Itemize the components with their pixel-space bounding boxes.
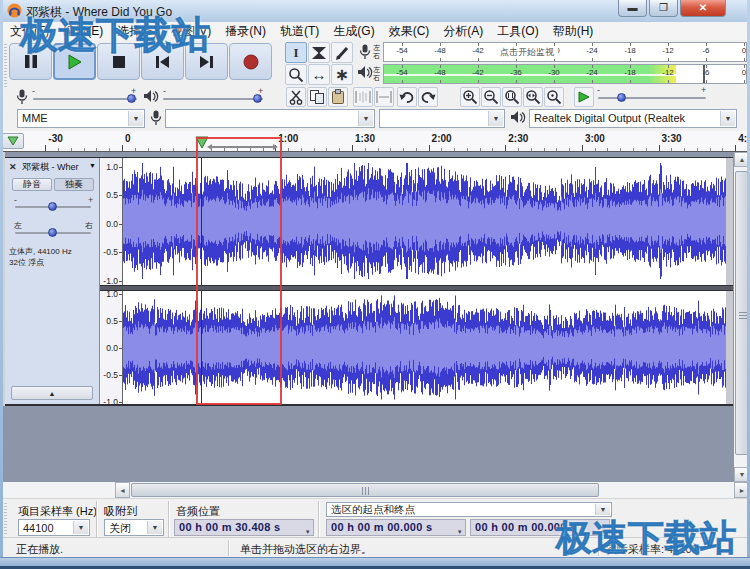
paste-button[interactable] xyxy=(328,87,348,107)
pause-button[interactable] xyxy=(9,43,52,80)
stereo-waveform[interactable] xyxy=(123,158,733,406)
menu-item-9[interactable]: 工具(O) xyxy=(490,22,545,40)
record-volume-thumb[interactable] xyxy=(127,94,136,103)
selection-toolbar-grip[interactable] xyxy=(4,503,7,535)
zoom-out-button[interactable] xyxy=(481,87,501,107)
play-button[interactable] xyxy=(53,43,96,80)
menu-item-10[interactable]: 帮助(H) xyxy=(546,22,601,40)
copy-button[interactable] xyxy=(307,87,327,107)
selection-end-field[interactable]: 00 h 00 m 00.000 s▼ xyxy=(470,519,610,536)
envelope-tool-button[interactable] xyxy=(308,42,330,63)
draw-tool-button[interactable] xyxy=(331,42,353,63)
play-at-speed-button[interactable] xyxy=(574,87,594,107)
maximize-button[interactable]: ❐ xyxy=(649,0,678,17)
minimize-button[interactable]: ▬ xyxy=(618,0,647,17)
playhead-triangle-icon[interactable] xyxy=(195,136,209,149)
timeline-minor-tick xyxy=(710,148,711,151)
chevron-down-icon: ▼ xyxy=(147,521,162,534)
stop-button[interactable] xyxy=(97,43,140,80)
audio-position-field[interactable]: 00 h 00 m 30.408 s▼ xyxy=(174,519,314,536)
timeline-ruler[interactable]: -3001:001:302:002:303:003:304:00 xyxy=(0,131,750,152)
playback-volume-slider[interactable] xyxy=(163,98,263,100)
menu-item-2[interactable]: 选择(S) xyxy=(110,22,164,40)
track-control-panel[interactable]: ✕ 邓紫棋 - Wher ▼ 静音 独奏 - + 左 右 立体声, 44100 … xyxy=(5,158,100,404)
silence-audio-button[interactable] xyxy=(374,87,394,107)
meter-tick xyxy=(592,80,593,83)
fit-selection-button[interactable] xyxy=(502,87,522,107)
menu-item-1[interactable]: 编辑(E) xyxy=(56,22,110,40)
menu-item-4[interactable]: 播录(N) xyxy=(218,22,273,40)
project-rate-select[interactable]: 44100▼ xyxy=(18,519,90,536)
timeline-minor-tick xyxy=(544,148,545,151)
pan-thumb[interactable] xyxy=(48,228,57,237)
zoom-toggle-button[interactable] xyxy=(544,87,564,107)
gain-thumb[interactable] xyxy=(48,202,57,211)
timeline-minor-tick xyxy=(365,148,366,151)
undo-icon xyxy=(399,90,415,104)
timeline-label: 3:30 xyxy=(662,133,682,144)
audacity-window: 邓紫棋 - Where Did You Go ▬ ❐ ✕ 文件(F)编辑(E)选… xyxy=(0,0,750,569)
selection-start-field[interactable]: 00 h 00 m 00.000 s▼ xyxy=(326,519,466,536)
menu-item-0[interactable]: 文件(F) xyxy=(3,22,56,40)
meter-scale-value: -18 xyxy=(619,68,641,77)
timeline-tick xyxy=(45,145,46,151)
fit-project-button[interactable] xyxy=(523,87,543,107)
undo-button[interactable] xyxy=(397,87,417,107)
record-meter-hint[interactable]: 点击开始监视 xyxy=(496,46,558,59)
timeshift-tool-button[interactable]: ↔ xyxy=(308,64,330,85)
horizontal-scroll-thumb[interactable] xyxy=(131,483,599,497)
menu-item-8[interactable]: 分析(A) xyxy=(436,22,490,40)
quickplay-drag-bar[interactable] xyxy=(207,144,278,149)
zoom-in-button[interactable] xyxy=(460,87,480,107)
track-close-icon[interactable]: ✕ xyxy=(9,162,19,172)
horizontal-scrollbar[interactable]: ◄ ► xyxy=(0,482,750,498)
title-bar[interactable]: 邓紫棋 - Where Did You Go ▬ ❐ ✕ xyxy=(0,0,750,23)
timeline-tick xyxy=(582,145,583,151)
playback-meter[interactable]: -54-48-42-36-30-24-18-12-60 xyxy=(383,64,747,84)
menu-item-5[interactable]: 轨道(T) xyxy=(273,22,326,40)
selection-tool-button[interactable]: I xyxy=(285,42,307,63)
output-device-value: Realtek Digital Output (Realtek xyxy=(534,112,685,124)
scroll-left-button[interactable]: ◄ xyxy=(115,482,130,498)
collapse-track-button[interactable]: ▲ xyxy=(11,386,93,400)
timeline-label: 1:00 xyxy=(278,133,298,144)
chevron-down-icon: ▼ xyxy=(128,111,143,126)
selection-format-select[interactable]: 选区的起点和终点▼ xyxy=(326,502,612,517)
redo-button[interactable] xyxy=(418,87,438,107)
cut-button[interactable] xyxy=(286,87,306,107)
input-channels-select[interactable]: ▼ xyxy=(379,109,505,128)
record-volume-slider[interactable] xyxy=(33,98,137,100)
playback-volume-thumb[interactable] xyxy=(253,94,262,103)
solo-button[interactable]: 独奏 xyxy=(54,178,94,191)
timeline-label: 1:30 xyxy=(355,133,375,144)
window-border-left xyxy=(0,0,3,569)
menu-item-3[interactable]: 视图(V) xyxy=(164,22,218,40)
track-name-menu[interactable]: 邓紫棋 - Wher ▼ xyxy=(22,161,96,173)
pan-right-label: 右 xyxy=(85,220,93,231)
record-meter[interactable]: -54-48-42-36-30-24-18-12-60 点击开始监视 xyxy=(383,42,747,62)
record-button[interactable] xyxy=(229,43,272,80)
output-device-select[interactable]: Realtek Digital Output (Realtek▼ xyxy=(529,109,737,128)
close-button[interactable]: ✕ xyxy=(680,0,726,17)
vertical-scale-ruler[interactable]: 1.00.50.0-0.5-1.01.00.50.0-0.5-1.0 xyxy=(100,158,123,404)
audio-host-select[interactable]: MME▼ xyxy=(17,109,145,128)
timeline-tick xyxy=(352,145,353,151)
skip-end-button[interactable] xyxy=(185,43,228,80)
menu-item-6[interactable]: 生成(G) xyxy=(326,22,381,40)
mute-button[interactable]: 静音 xyxy=(12,178,52,191)
zoom-tool-button[interactable] xyxy=(285,64,307,85)
multi-tool-button[interactable]: ∗ xyxy=(331,64,353,85)
transport-grip[interactable] xyxy=(4,44,7,88)
project-rate-value: 44100 xyxy=(23,522,54,534)
play-speed-thumb[interactable] xyxy=(617,93,626,102)
trim-audio-button[interactable] xyxy=(353,87,373,107)
timeline-label: 2:30 xyxy=(508,133,528,144)
timeline-minor-tick xyxy=(607,148,608,151)
play-speed-slider[interactable] xyxy=(598,97,706,99)
menu-item-7[interactable]: 效果(C) xyxy=(382,22,437,40)
track-format-line1: 立体声, 44100 Hz xyxy=(9,246,72,257)
snap-to-select[interactable]: 关闭▼ xyxy=(104,519,164,536)
input-device-select[interactable]: ▼ xyxy=(165,109,375,128)
skip-start-button[interactable] xyxy=(141,43,184,80)
play-icon xyxy=(67,54,83,70)
